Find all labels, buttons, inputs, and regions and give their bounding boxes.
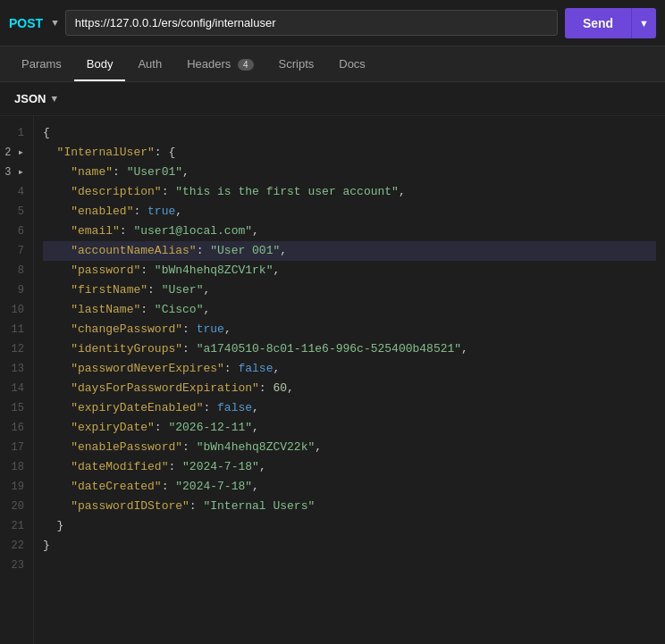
line-number-5: 5 <box>0 202 33 222</box>
line-number-18: 18 <box>0 457 33 477</box>
line-number-8: 8 <box>0 261 33 280</box>
code-line-4[interactable]: "name": "User01", <box>43 163 656 182</box>
headers-badge: 4 <box>238 59 254 71</box>
code-line-16[interactable]: "expiryDateEnabled": false, <box>43 398 656 418</box>
line-number-1: 1 <box>0 123 33 143</box>
line-number-19: 19 <box>0 477 33 497</box>
tab-headers[interactable]: Headers 4 <box>174 48 265 81</box>
line-number-4: 4 <box>0 182 33 202</box>
code-line-7[interactable]: "email": "user1@local.com", <box>43 222 656 241</box>
line-number-3[interactable]: 3 ▸ <box>0 163 33 182</box>
line-number-23: 23 <box>0 556 33 575</box>
code-line-21[interactable]: "passwordIDStore": "Internal Users" <box>43 497 656 516</box>
line-number-10: 10 <box>0 300 33 320</box>
code-line-20[interactable]: "dateCreated": "2024-7-18", <box>43 477 656 497</box>
line-number-12: 12 <box>0 339 33 359</box>
tab-auth[interactable]: Auth <box>125 48 174 81</box>
json-format-label[interactable]: JSON <box>14 92 46 105</box>
send-dropdown-button[interactable]: ▼ <box>631 8 656 38</box>
line-number-14: 14 <box>0 379 33 398</box>
tab-params[interactable]: Params <box>9 48 74 81</box>
code-line-15[interactable]: "daysForPasswordExpiration": 60, <box>43 379 656 398</box>
code-line-23[interactable]: } <box>43 536 656 556</box>
tab-body[interactable]: Body <box>74 48 126 81</box>
tab-docs[interactable]: Docs <box>326 48 378 81</box>
code-line-18[interactable]: "enablePassword": "bWn4hehq8ZCV22k", <box>43 438 656 457</box>
code-line-5[interactable]: "description": "this is the first user a… <box>43 182 656 202</box>
code-line-12[interactable]: "changePassword": true, <box>43 320 656 339</box>
json-format-arrow[interactable]: ▼ <box>51 94 57 105</box>
tab-scripts[interactable]: Scripts <box>266 48 327 81</box>
line-number-17: 17 <box>0 438 33 457</box>
code-line-10[interactable]: "firstName": "User", <box>43 280 656 300</box>
code-line-13[interactable]: "identityGroups": "a1740510-8c01-11e6-99… <box>43 339 656 359</box>
method-dropdown-arrow[interactable]: ▼ <box>52 18 58 29</box>
code-line-17[interactable]: "expiryDate": "2026-12-11", <box>43 418 656 438</box>
line-number-16: 16 <box>0 418 33 438</box>
code-line-8[interactable]: "accountNameAlias": "User 001", <box>43 241 656 261</box>
body-format-bar: JSON ▼ <box>0 82 665 116</box>
line-number-21: 21 <box>0 516 33 536</box>
editor-area: 12 ▸3 ▸456789101112131415161718192021222… <box>0 116 665 644</box>
code-content[interactable]: { "InternalUser": { "name": "User01", "d… <box>34 116 665 644</box>
url-input[interactable] <box>65 10 558 36</box>
line-number-7: 7 <box>0 241 33 261</box>
code-line-14[interactable]: "passwordNeverExpires": false, <box>43 359 656 379</box>
code-line-9[interactable]: "password": "bWn4hehq8ZCV1rk", <box>43 261 656 280</box>
code-line-22[interactable]: } <box>43 516 656 536</box>
code-line-19[interactable]: "dateModified": "2024-7-18", <box>43 457 656 477</box>
top-bar: POST ▼ Send ▼ <box>0 0 665 46</box>
send-button-group: Send ▼ <box>565 8 656 38</box>
code-line-6[interactable]: "enabled": true, <box>43 202 656 222</box>
code-line-2[interactable]: { <box>43 123 656 143</box>
line-number-6: 6 <box>0 222 33 241</box>
line-number-11: 11 <box>0 320 33 339</box>
http-method[interactable]: POST <box>9 16 43 30</box>
line-number-20: 20 <box>0 497 33 516</box>
send-button[interactable]: Send <box>565 8 631 38</box>
line-number-9: 9 <box>0 280 33 300</box>
line-number-15: 15 <box>0 398 33 418</box>
line-number-2[interactable]: 2 ▸ <box>0 143 33 163</box>
code-line-11[interactable]: "lastName": "Cisco", <box>43 300 656 320</box>
line-numbers: 12 ▸3 ▸456789101112131415161718192021222… <box>0 116 34 644</box>
line-number-13: 13 <box>0 359 33 379</box>
code-line-3[interactable]: "InternalUser": { <box>43 143 656 163</box>
tab-bar: Params Body Auth Headers 4 Scripts Docs <box>0 46 665 82</box>
line-number-22: 22 <box>0 536 33 556</box>
